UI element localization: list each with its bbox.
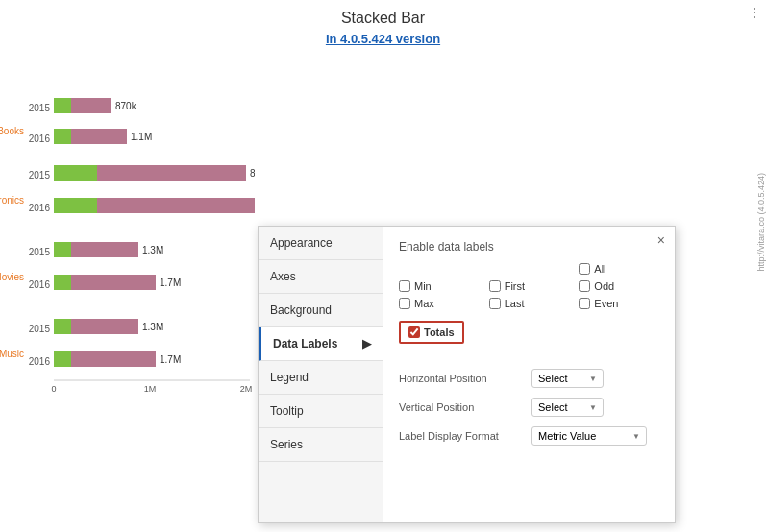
svg-rect-6 [54, 129, 71, 144]
label-max: Max [414, 298, 434, 309]
checkbox-last[interactable] [489, 298, 501, 309]
checkbox-odd[interactable] [579, 280, 590, 292]
sidebar-item-appearance[interactable]: Appearance [259, 227, 383, 260]
svg-text:1.7M: 1.7M [160, 278, 181, 288]
sidebar-label-series: Series [270, 438, 303, 451]
checkbox-min[interactable] [399, 280, 410, 292]
sidebar-item-series[interactable]: Series [259, 428, 383, 462]
svg-rect-23 [54, 275, 71, 290]
chart-title: Stacked Bar [19, 10, 747, 27]
sidebar-label-tooltip: Tooltip [270, 404, 304, 418]
checkbox-first[interactable] [489, 280, 501, 292]
svg-rect-18 [54, 242, 71, 257]
horizontal-position-arrow: ▼ [589, 375, 597, 383]
checkbox-max[interactable] [399, 298, 410, 309]
vertical-position-arrow: ▼ [589, 403, 597, 412]
dialog-content: Enable data labels All Min First [383, 227, 675, 522]
label-all: All [594, 263, 605, 275]
label-odd: Odd [594, 280, 614, 292]
svg-text:2016: 2016 [29, 133, 51, 144]
horizontal-position-label: Horizontal Position [399, 373, 524, 384]
svg-text:2015: 2015 [29, 170, 51, 181]
sidebar-item-axes[interactable]: Axes [259, 260, 383, 294]
svg-text:1.3M: 1.3M [142, 245, 163, 255]
svg-text:Electronics: Electronics [0, 195, 24, 206]
svg-text:2M: 2M [240, 384, 253, 394]
checkbox-min-row: Min [399, 280, 480, 292]
horizontal-position-select[interactable]: Select ▼ [531, 369, 604, 388]
label-display-format-row: Label Display Format Metric Value ▼ [399, 426, 659, 446]
svg-text:870k: 870k [115, 101, 137, 111]
label-totals: Totals [424, 326, 455, 338]
dialog-close-button[interactable]: × [657, 232, 665, 248]
section-enable-data-labels: Enable data labels [399, 240, 659, 254]
svg-text:1M: 1M [144, 384, 157, 394]
svg-text:Music: Music [0, 349, 24, 359]
svg-rect-15 [54, 198, 97, 213]
sidebar-item-background[interactable]: Background [259, 294, 383, 327]
chart-subtitle: In 4.0.5.424 version [19, 32, 747, 46]
sidebar-label-background: Background [270, 303, 332, 317]
svg-rect-33 [71, 351, 156, 367]
vertical-position-label: Vertical Position [399, 401, 524, 413]
totals-row: Totals [399, 321, 464, 344]
svg-text:2015: 2015 [29, 247, 51, 257]
label-even: Even [594, 298, 618, 309]
sidebar-label-legend: Legend [270, 371, 309, 384]
label-display-format-label: Label Display Format [399, 430, 524, 442]
bar-chart-svg: 2015 870k Books 2016 1.1M 2015 8.0M Elec… [0, 46, 255, 517]
svg-text:0: 0 [51, 384, 56, 394]
vertical-position-value: Select [538, 401, 568, 413]
vertical-position-select[interactable]: Select ▼ [531, 398, 604, 417]
svg-text:2015: 2015 [29, 324, 51, 334]
svg-rect-19 [71, 242, 138, 257]
svg-text:2016: 2016 [29, 356, 51, 367]
svg-rect-11 [97, 165, 246, 181]
dialog-body: Appearance Axes Background Data Labels ▶… [259, 227, 675, 522]
label-min: Min [414, 280, 432, 292]
label-last: Last [505, 298, 525, 309]
checkbox-even[interactable] [579, 298, 590, 309]
svg-rect-10 [54, 165, 97, 181]
checkbox-even-row: Even [579, 298, 659, 309]
sidebar-label-data-labels: Data Labels [273, 337, 337, 351]
checkbox-grid: All Min First Odd Max [399, 263, 659, 309]
sidebar-item-legend[interactable]: Legend [259, 361, 383, 395]
more-options-icon[interactable]: ⋮ [748, 5, 761, 20]
label-first: First [505, 280, 525, 292]
sidebar-item-data-labels[interactable]: Data Labels ▶ [259, 327, 383, 361]
svg-text:Books: Books [0, 126, 24, 136]
checkbox-odd-row: Odd [579, 280, 659, 292]
checkbox-last-row: Last [489, 298, 570, 309]
svg-rect-7 [71, 129, 127, 144]
horizontal-position-value: Select [538, 373, 568, 384]
svg-rect-16 [97, 198, 255, 213]
svg-text:1.7M: 1.7M [160, 354, 181, 365]
sidebar-label-axes: Axes [270, 270, 296, 283]
sidebar-arrow-data-labels: ▶ [362, 337, 371, 351]
svg-rect-28 [71, 319, 138, 334]
sidebar-label-appearance: Appearance [270, 236, 333, 250]
horizontal-position-row: Horizontal Position Select ▼ [399, 369, 659, 388]
checkbox-totals[interactable] [408, 326, 420, 338]
svg-text:2016: 2016 [29, 279, 51, 290]
svg-text:1.3M: 1.3M [142, 322, 163, 332]
svg-rect-1 [54, 98, 71, 113]
sidebar-item-tooltip[interactable]: Tooltip [259, 395, 383, 428]
totals-wrapper: Totals [399, 321, 659, 357]
svg-rect-24 [71, 275, 156, 290]
svg-rect-27 [54, 319, 71, 334]
svg-text:Movies: Movies [0, 272, 24, 282]
checkbox-first-row: First [489, 280, 570, 292]
svg-text:8.0M: 8.0M [250, 168, 255, 179]
checkbox-all[interactable] [579, 263, 590, 275]
checkbox-max-row: Max [399, 298, 480, 309]
svg-text:1.1M: 1.1M [131, 132, 152, 142]
settings-dialog: × Appearance Axes Background Data Labels… [258, 226, 676, 523]
svg-text:2015: 2015 [29, 103, 51, 113]
version-text: http://vitara.co (4.0.5.424) [756, 173, 766, 272]
vertical-position-row: Vertical Position Select ▼ [399, 398, 659, 417]
label-display-format-select[interactable]: Metric Value ▼ [531, 426, 647, 446]
label-display-format-arrow: ▼ [632, 432, 640, 441]
version-link[interactable]: In 4.0.5.424 version [326, 32, 440, 46]
